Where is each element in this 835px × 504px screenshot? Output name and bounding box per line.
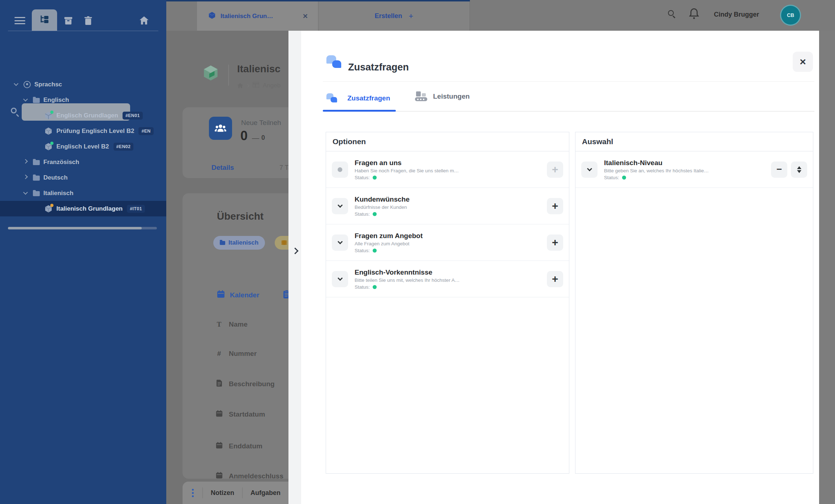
close-tab-icon[interactable]: ✕ <box>303 12 308 20</box>
search-icon[interactable] <box>668 10 674 16</box>
stat-label: Neue Teilneh <box>241 119 281 127</box>
sort-up-icon <box>797 166 801 169</box>
tree-label: Englisch Level B2 <box>56 143 109 150</box>
expand-button-disabled[interactable] <box>332 161 348 178</box>
field-label: Nummer <box>229 350 257 358</box>
tab-label: Erstellen <box>375 12 402 20</box>
add-option-button-disabled[interactable] <box>547 161 563 178</box>
folder-icon <box>33 98 40 103</box>
kebab-menu-icon[interactable] <box>192 489 194 491</box>
chevron-down-icon <box>337 275 342 280</box>
tree-item-englisch-grundlagen[interactable]: Englisch Grundlagen #EN01 <box>0 108 166 123</box>
root-node-icon <box>23 81 31 88</box>
tree-structure-icon <box>39 14 50 26</box>
tab-zusatzfragen[interactable]: Zusatzfragen <box>326 91 390 105</box>
app-root: Sprachsc Englisch Englisch Grundlagen #E… <box>0 0 835 504</box>
option-row-fragen-zum-angebot: Fragen zum Angebot Alle Fragen zum Angeb… <box>326 224 569 261</box>
expand-button[interactable] <box>332 271 348 287</box>
tree-item-italienisch-grundlagen-selected[interactable]: Italienisch Grundlagen #IT01 <box>0 201 166 216</box>
tree-folder-deutsch[interactable]: Deutsch <box>0 170 166 185</box>
details-link[interactable]: Details <box>211 164 234 172</box>
archive-icon[interactable] <box>64 16 73 27</box>
chevron-down-icon <box>23 190 28 195</box>
chevron-down-icon <box>337 202 342 207</box>
tree-folder-franzoesisch[interactable]: Französisch <box>0 154 166 170</box>
tree-item-pruefung-englisch[interactable]: Prüfung Englisch Level B2 #EN <box>0 123 166 139</box>
tab-aufgaben[interactable]: Aufgaben <box>250 489 281 497</box>
option-title: Fragen an uns <box>355 159 547 167</box>
sidebar-horizontal-scrollbar[interactable] <box>8 227 157 229</box>
stat-range: 7 Tag <box>279 164 288 172</box>
add-option-button[interactable] <box>547 271 563 287</box>
active-tab-indicator <box>323 110 396 112</box>
status-dot-green <box>373 285 377 289</box>
auswahl-panel: Auswahl Italienisch-Niveau Bitte geben S… <box>575 132 813 474</box>
tree-item-englisch-level-b2[interactable]: Englisch Level B2 #EN02 <box>0 139 166 154</box>
status-dot-green <box>373 212 377 216</box>
overview-panel: Übersicht Italienisch 35 Kalender T Name <box>183 193 288 479</box>
collapse-drawer-button[interactable] <box>291 246 299 257</box>
field-enddatum: Enddatum <box>215 442 262 451</box>
user-name[interactable]: Cindy Brugger <box>714 11 759 18</box>
notifications-bell-icon[interactable] <box>689 8 699 21</box>
status-label: Status: <box>355 211 370 217</box>
tabs-divider <box>323 111 814 112</box>
auswahl-header: Auswahl <box>575 132 813 151</box>
tree-folder-italienisch[interactable]: Italienisch <box>0 185 166 201</box>
chevron-down-icon <box>587 166 592 171</box>
tree-label: Englisch <box>43 96 69 104</box>
tree-view-tab[interactable] <box>32 9 57 31</box>
right-dimmed-strip <box>819 31 835 504</box>
menu-icon[interactable] <box>14 17 25 24</box>
status-dot-green <box>50 111 53 114</box>
tree-tag-badge: #EN <box>138 127 153 135</box>
reorder-button[interactable] <box>791 161 807 178</box>
open-tab-italienisch[interactable]: Italienisch Grun… ✕ <box>197 1 318 31</box>
services-conveyor-icon <box>415 91 428 101</box>
selection-subtitle: Bitte geben Sie an, welches Ihr höchstes… <box>604 168 771 173</box>
tree-folder-englisch[interactable]: Englisch <box>0 92 166 108</box>
folder-icon <box>33 191 40 196</box>
remove-selection-button[interactable] <box>771 161 787 178</box>
chevron-down-icon <box>14 81 18 86</box>
field-anmeldeschluss: Anmeldeschluss <box>215 472 283 481</box>
product-cube-icon <box>208 11 216 21</box>
chevron-down-icon <box>337 239 342 244</box>
grid-icon <box>253 82 259 89</box>
tab-clipboard-icon[interactable] <box>283 290 288 300</box>
breadcrumb-item[interactable]: Angeb <box>263 82 281 89</box>
tab-label: Italienisch Grun… <box>220 13 273 20</box>
tree-label: Deutsch <box>43 174 68 181</box>
status-dot-green <box>373 249 377 253</box>
tab-label: Kalender <box>230 291 259 299</box>
option-subtitle: Bedürfnisse der Kunden <box>355 204 547 210</box>
participants-stat-card: Neue Teilneh 0 — 0 Details 7 Tag <box>183 107 288 178</box>
expand-button[interactable] <box>332 234 348 251</box>
optionen-header: Optionen <box>326 132 569 151</box>
trash-icon[interactable] <box>84 16 93 27</box>
tree-label: Sprachsc <box>34 81 62 88</box>
drawer-edge-strip <box>288 31 301 504</box>
chevron-down-icon <box>23 97 28 102</box>
page-background-dimmed: Italienisc Angeb Neue Teilneh 0 — 0 Deta… <box>166 31 288 504</box>
tab-notizen[interactable]: Notizen <box>211 489 234 497</box>
tree-root-sprachschule[interactable]: Sprachsc <box>0 77 166 92</box>
add-option-button[interactable] <box>547 198 563 214</box>
field-beschreibung: Beschreibung <box>215 379 275 389</box>
tab-kalender[interactable]: Kalender <box>217 290 259 300</box>
home-icon[interactable] <box>237 83 243 89</box>
tab-leistungen[interactable]: Leistungen <box>415 91 470 101</box>
expand-button[interactable] <box>332 198 348 214</box>
add-option-button[interactable] <box>547 234 563 251</box>
avatar[interactable]: CB <box>780 5 801 26</box>
create-tab[interactable]: Erstellen + <box>318 1 470 31</box>
option-subtitle: Haben Sie noch Fragen, die Sie uns stell… <box>355 168 547 173</box>
plus-icon: + <box>409 12 414 21</box>
overview-title: Übersicht <box>217 211 264 222</box>
expand-button[interactable] <box>581 161 598 178</box>
home-icon[interactable] <box>139 16 149 26</box>
status-label: Status: <box>355 248 370 253</box>
participants-icon <box>209 117 232 140</box>
sidebar-search <box>0 51 166 74</box>
close-modal-button[interactable] <box>793 52 813 72</box>
